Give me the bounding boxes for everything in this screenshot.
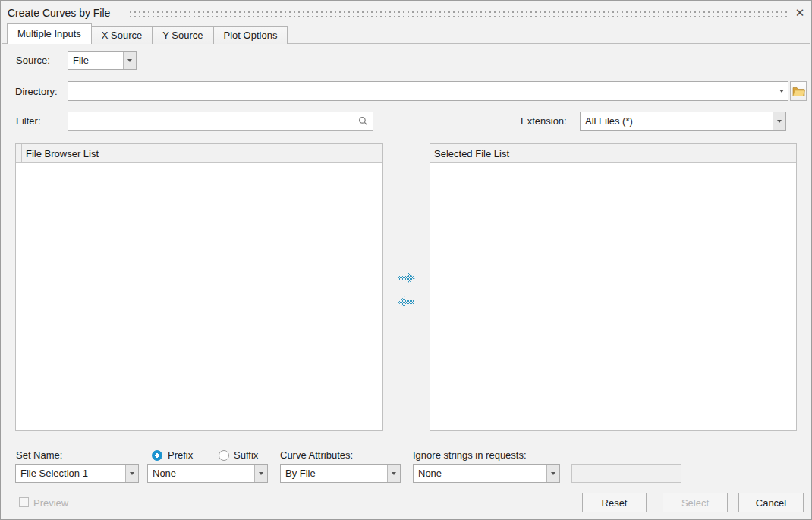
select-button: Select bbox=[663, 493, 728, 512]
set-name-dropdown-value: File Selection 1 bbox=[16, 468, 125, 479]
chevron-down-icon bbox=[127, 59, 132, 62]
ignore-strings-label: Ignore strings in requests: bbox=[413, 449, 527, 461]
reset-button[interactable]: Reset bbox=[582, 493, 647, 512]
tab-multiple-inputs[interactable]: Multiple Inputs bbox=[7, 23, 92, 44]
chevron-down-icon bbox=[777, 120, 782, 123]
extension-dropdown-button[interactable] bbox=[773, 112, 785, 130]
chevron-down-icon bbox=[259, 472, 263, 475]
close-icon[interactable]: ✕ bbox=[793, 6, 807, 20]
directory-input[interactable] bbox=[68, 82, 775, 100]
search-icon bbox=[358, 116, 368, 126]
source-label: Source: bbox=[16, 55, 50, 66]
chevron-down-icon bbox=[551, 472, 555, 475]
ignore-strings-dropdown[interactable]: None bbox=[413, 464, 560, 483]
preview-checkbox bbox=[19, 497, 29, 507]
affix-dropdown-button[interactable] bbox=[254, 465, 267, 482]
header-corner-cell bbox=[16, 144, 22, 162]
selected-file-header-label: Selected File List bbox=[430, 148, 509, 159]
selected-file-header: Selected File List bbox=[430, 144, 796, 163]
suffix-radio[interactable] bbox=[219, 450, 229, 461]
directory-dropdown-button[interactable] bbox=[775, 82, 788, 100]
source-dropdown[interactable]: File bbox=[68, 51, 137, 70]
file-browser-panel: File Browser List bbox=[15, 143, 383, 431]
preview-checkbox-label: Preview bbox=[33, 497, 68, 509]
ignore-custom-field bbox=[571, 464, 681, 483]
source-dropdown-button[interactable] bbox=[123, 52, 136, 69]
curve-attributes-dropdown[interactable]: By File bbox=[280, 464, 401, 483]
filter-field[interactable] bbox=[68, 112, 373, 131]
source-dropdown-value: File bbox=[68, 55, 123, 66]
prefix-radio[interactable] bbox=[152, 450, 162, 461]
dialog-title: Create Curves by File bbox=[8, 7, 110, 19]
extension-dropdown-value: All Files (*) bbox=[581, 115, 773, 127]
set-name-dropdown[interactable]: File Selection 1 bbox=[15, 464, 139, 483]
move-left-button[interactable] bbox=[396, 295, 416, 309]
chevron-down-icon bbox=[779, 90, 784, 93]
chevron-down-icon bbox=[130, 472, 134, 475]
tab-plot-options[interactable]: Plot Options bbox=[213, 26, 288, 44]
selected-file-panel: Selected File List bbox=[430, 143, 797, 431]
affix-dropdown[interactable]: None bbox=[147, 464, 268, 483]
ignore-strings-dropdown-button[interactable] bbox=[546, 465, 559, 482]
drag-handle-dots[interactable] bbox=[128, 10, 787, 18]
filter-input[interactable] bbox=[68, 112, 358, 130]
move-right-button[interactable] bbox=[397, 271, 417, 285]
directory-label: Directory: bbox=[15, 86, 58, 97]
tab-bar: Multiple Inputs X Source Y Source Plot O… bbox=[7, 24, 287, 44]
browse-directory-button[interactable] bbox=[790, 81, 807, 101]
directory-combobox[interactable] bbox=[68, 81, 788, 101]
file-browser-list[interactable] bbox=[16, 163, 382, 430]
ignore-custom-input bbox=[572, 465, 715, 482]
arrow-right-icon bbox=[397, 271, 417, 285]
ignore-strings-dropdown-value: None bbox=[414, 468, 546, 479]
file-browser-header: File Browser List bbox=[16, 144, 382, 163]
prefix-radio-label[interactable]: Prefix bbox=[168, 449, 193, 461]
chevron-down-icon bbox=[392, 472, 396, 475]
arrow-left-icon bbox=[396, 295, 416, 309]
curve-attributes-dropdown-value: By File bbox=[281, 468, 387, 479]
extension-dropdown[interactable]: All Files (*) bbox=[580, 112, 786, 131]
set-name-dropdown-button[interactable] bbox=[125, 465, 138, 482]
set-name-label: Set Name: bbox=[16, 449, 62, 461]
tab-y-source[interactable]: Y Source bbox=[152, 26, 213, 44]
cancel-button[interactable]: Cancel bbox=[738, 493, 804, 512]
extension-label: Extension: bbox=[521, 115, 567, 127]
folder-open-icon bbox=[792, 87, 805, 96]
create-curves-dialog: Create Curves by File ✕ Multiple Inputs … bbox=[0, 0, 812, 520]
file-browser-header-label: File Browser List bbox=[22, 148, 99, 159]
curve-attributes-dropdown-button[interactable] bbox=[387, 465, 400, 482]
affix-dropdown-value: None bbox=[148, 468, 254, 479]
suffix-radio-label[interactable]: Suffix bbox=[234, 449, 258, 461]
tab-x-source[interactable]: X Source bbox=[91, 26, 153, 44]
selected-file-list[interactable] bbox=[430, 163, 796, 430]
curve-attributes-label: Curve Attributes: bbox=[280, 449, 353, 461]
filter-label: Filter: bbox=[16, 115, 41, 127]
